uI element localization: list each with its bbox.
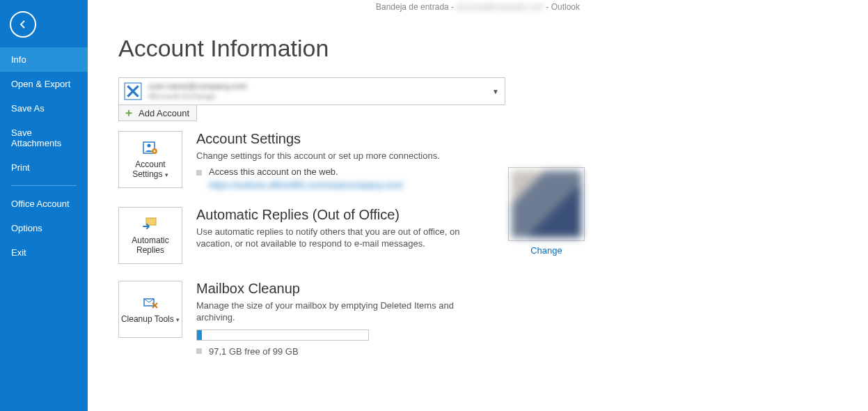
back-button[interactable] (10, 11, 36, 38)
access-web-text: Access this account on the web. (209, 166, 338, 177)
account-settings-heading: Account Settings (196, 131, 440, 147)
sidebar-item-save-as[interactable]: Save As (0, 96, 88, 121)
account-selector[interactable]: user.name@company.com Microsoft Exchange… (118, 77, 505, 105)
bullet-icon (196, 348, 202, 354)
automatic-replies-tile-label: Automatic Replies (119, 236, 182, 256)
main-pane: Bandeja de entrada - account@example.com… (88, 0, 868, 411)
automatic-replies-heading: Automatic Replies (Out of Office) (196, 207, 489, 223)
account-photo-frame (508, 167, 585, 241)
backstage-sidebar: Info Open & Export Save As Save Attachme… (0, 0, 88, 411)
sidebar-item-info[interactable]: Info (0, 47, 88, 72)
account-settings-desc: Change settings for this account or set … (196, 150, 440, 162)
account-type: Microsoft Exchange (148, 92, 247, 100)
caret-down-icon: ▾ (165, 171, 168, 178)
account-photo-block: Change (508, 167, 585, 256)
titlebar-account: account@example.com (456, 2, 544, 12)
mailbox-cleanup-heading: Mailbox Cleanup (196, 281, 489, 297)
automatic-replies-icon (141, 215, 159, 233)
change-photo-link[interactable]: Change (508, 245, 585, 256)
sidebar-item-options[interactable]: Options (0, 216, 88, 240)
account-email: user.name@company.com (148, 82, 247, 91)
titlebar-suffix: - Outlook (546, 2, 580, 12)
sidebar-item-print[interactable]: Print (0, 155, 88, 180)
plus-icon: ＋ (123, 107, 134, 118)
bullet-icon (196, 170, 202, 176)
account-settings-icon (141, 139, 159, 157)
sidebar-item-save-attachments[interactable]: Save Attachments (0, 121, 88, 155)
mailbox-storage-bar (196, 329, 369, 341)
svg-point-4 (154, 150, 156, 153)
sidebar-item-office-account[interactable]: Office Account (0, 192, 88, 216)
account-photo (512, 171, 581, 238)
cleanup-tools-tile-label: Cleanup Tools (121, 314, 174, 324)
cleanup-tools-tile[interactable]: Cleanup Tools ▾ (118, 281, 182, 338)
owa-link[interactable]: https://outlook.office365.com/owa/compan… (209, 180, 404, 190)
add-account-button[interactable]: ＋ Add Account (118, 104, 197, 121)
exchange-icon (123, 82, 143, 101)
chevron-down-icon: ▼ (492, 88, 499, 95)
cleanup-tools-icon (141, 294, 159, 312)
window-titlebar: Bandeja de entrada - account@example.com… (88, 0, 868, 14)
mailbox-cleanup-desc: Manage the size of your mailbox by empty… (196, 300, 489, 324)
add-account-label: Add Account (139, 108, 189, 118)
account-settings-tile-label: Account Settings (132, 160, 166, 179)
sidebar-item-exit[interactable]: Exit (0, 240, 88, 265)
svg-point-2 (148, 144, 151, 148)
sidebar-item-open-export[interactable]: Open & Export (0, 72, 88, 96)
automatic-replies-desc: Use automatic replies to notify others t… (196, 226, 489, 250)
automatic-replies-tile[interactable]: Automatic Replies (118, 207, 182, 264)
sidebar-divider (11, 185, 77, 186)
mailbox-storage-fill (197, 330, 202, 340)
account-settings-tile[interactable]: Account Settings ▾ (118, 131, 182, 188)
page-title: Account Information (118, 35, 868, 62)
mailbox-storage-text: 97,1 GB free of 99 GB (209, 346, 299, 357)
caret-down-icon: ▾ (176, 316, 180, 323)
svg-rect-5 (146, 218, 156, 225)
titlebar-prefix: Bandeja de entrada - (376, 2, 454, 12)
back-arrow-icon (17, 18, 29, 31)
